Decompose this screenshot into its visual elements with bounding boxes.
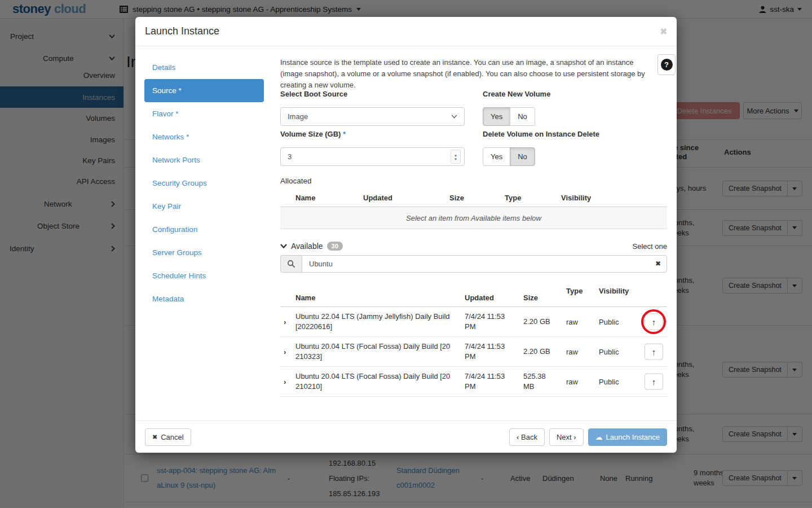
close-icon[interactable]: ✖ xyxy=(660,27,667,37)
col-visibility: Visibility xyxy=(561,194,591,202)
wizard-step-details[interactable]: Details xyxy=(144,56,264,79)
col-type: Type xyxy=(566,287,582,295)
create-volume-no-button[interactable]: No xyxy=(510,107,535,126)
allocated-table-header: Name Updated Size Type Visibility xyxy=(280,189,667,207)
allocate-image-button[interactable]: ↑ xyxy=(645,314,663,330)
image-type: raw xyxy=(566,348,578,356)
expand-row-icon[interactable]: › xyxy=(284,318,286,326)
delete-volume-yes-button[interactable]: Yes xyxy=(483,147,510,166)
available-title: Available xyxy=(291,242,323,251)
launch-label: Launch Instance xyxy=(606,433,660,441)
chevron-down-icon xyxy=(451,115,457,119)
source-description: Instance source is the template used to … xyxy=(280,57,648,91)
modal-title: Launch Instance xyxy=(145,25,219,37)
image-search: ✖ xyxy=(280,255,667,273)
next-button[interactable]: Next › xyxy=(549,428,584,446)
create-volume-label: Create New Volume xyxy=(483,90,550,98)
wizard-step-configuration[interactable]: Configuration xyxy=(144,218,264,241)
expand-row-icon[interactable]: › xyxy=(284,378,286,386)
image-updated: 7/4/24 11:53 PM xyxy=(465,371,517,391)
boot-source-value: Image xyxy=(288,112,308,121)
image-size: 525.38 MB xyxy=(523,371,558,391)
wizard-step-metadata[interactable]: Metadata xyxy=(144,287,264,310)
allocate-image-button[interactable]: ↑ xyxy=(645,374,663,390)
modal-footer: ✖ Cancel ‹ Back Next › ☁ Launch Instance xyxy=(135,421,677,453)
wizard-step-scheduler-hints[interactable]: Scheduler Hints xyxy=(144,264,264,287)
number-spinner[interactable]: ▴▾ xyxy=(451,150,461,164)
back-button[interactable]: ‹ Back xyxy=(509,428,545,446)
col-size: Size xyxy=(449,194,464,202)
available-table-header: Name Updated Size Type Visibility xyxy=(280,277,667,307)
expand-row-icon[interactable]: › xyxy=(284,348,286,356)
wizard-step-key-pair[interactable]: Key Pair xyxy=(144,195,264,218)
launch-instance-modal: Launch Instance ✖ Details Source * Flavo… xyxy=(135,17,677,453)
volume-size-label: Volume Size (GB) * xyxy=(280,130,346,138)
wizard-step-source[interactable]: Source * xyxy=(144,79,264,102)
image-row-ubuntu-2204: › Ubuntu 22.04 LTS (Jammy Jellyfish) Dai… xyxy=(280,307,667,337)
question-icon: ? xyxy=(661,59,673,71)
image-name: Ubuntu 22.04 LTS (Jammy Jellyfish) Daily… xyxy=(295,312,453,331)
image-size: 2.20 GB xyxy=(523,347,558,357)
launch-instance-button[interactable]: ☁ Launch Instance xyxy=(588,428,667,446)
delete-volume-toggle: Yes No xyxy=(483,147,535,166)
image-name: Ubuntu 20.04 LTS (Focal Fossa) Daily Bui… xyxy=(295,371,453,391)
image-name: Ubuntu 20.04 LTS (Focal Fossa) Daily Bui… xyxy=(295,341,453,361)
allocated-empty-message: Select an item from Available items belo… xyxy=(280,208,667,229)
col-type: Type xyxy=(505,194,521,202)
available-count-badge: 30 xyxy=(327,242,343,251)
create-volume-yes-button[interactable]: Yes xyxy=(483,107,510,126)
cloud-upload-icon: ☁ xyxy=(595,433,603,441)
help-button[interactable]: ? xyxy=(657,54,676,75)
col-name: Name xyxy=(295,294,315,302)
col-visibility: Visibility xyxy=(599,287,629,295)
image-type: raw xyxy=(566,318,578,326)
image-visibility: Public xyxy=(599,348,619,356)
volume-size-value: 3 xyxy=(288,152,292,161)
image-size: 2.20 GB xyxy=(523,317,558,327)
wizard-step-network-ports[interactable]: Network Ports xyxy=(144,148,264,172)
wizard-step-security-groups[interactable]: Security Groups xyxy=(144,172,264,195)
modal-header: Launch Instance ✖ xyxy=(135,17,677,46)
footer-right-buttons: ‹ Back Next › ☁ Launch Instance xyxy=(509,428,667,446)
spinner-up-icon: ▴ xyxy=(454,153,457,157)
chevron-down-icon[interactable] xyxy=(280,244,287,248)
volume-size-label-text: Volume Size (GB) xyxy=(280,130,341,138)
image-visibility: Public xyxy=(599,378,619,386)
available-section-header: Available 30 Select one xyxy=(280,242,667,251)
cancel-button[interactable]: ✖ Cancel xyxy=(145,428,191,446)
image-updated: 7/4/24 11:53 PM xyxy=(465,312,517,331)
create-volume-toggle: Yes No xyxy=(483,107,535,126)
wizard-step-server-groups[interactable]: Server Groups xyxy=(144,241,264,264)
search-addon xyxy=(280,255,302,273)
search-input[interactable] xyxy=(302,255,667,273)
delete-volume-no-button[interactable]: No xyxy=(510,147,535,166)
delete-volume-label: Delete Volume on Instance Delete xyxy=(483,130,599,138)
image-row-ubuntu-2004-b: › Ubuntu 20.04 LTS (Focal Fossa) Daily B… xyxy=(280,367,667,397)
col-name: Name xyxy=(295,194,315,202)
col-updated: Updated xyxy=(363,194,392,202)
screen: stoneycloud stepping stone AG • stepping… xyxy=(0,0,812,508)
select-one-hint: Select one xyxy=(633,242,667,251)
boot-source-label: Select Boot Source xyxy=(280,90,347,98)
col-updated: Updated xyxy=(465,294,494,302)
image-visibility: Public xyxy=(599,318,619,326)
clear-search-icon[interactable]: ✖ xyxy=(655,260,661,268)
required-asterisk: * xyxy=(343,130,346,138)
image-updated: 7/4/24 11:53 PM xyxy=(465,341,517,361)
boot-source-select[interactable]: Image xyxy=(280,107,465,126)
allocate-image-button[interactable]: ↑ xyxy=(645,344,663,360)
wizard-step-networks[interactable]: Networks * xyxy=(144,125,264,148)
image-row-ubuntu-2004-a: › Ubuntu 20.04 LTS (Focal Fossa) Daily B… xyxy=(280,337,667,367)
cancel-label: Cancel xyxy=(161,433,183,441)
image-type: raw xyxy=(566,378,578,386)
wizard-step-flavor[interactable]: Flavor * xyxy=(144,102,264,125)
allocated-title: Allocated xyxy=(280,177,312,185)
col-size: Size xyxy=(523,294,538,302)
x-icon: ✖ xyxy=(152,433,157,441)
spinner-down-icon: ▾ xyxy=(454,157,457,161)
volume-size-input[interactable]: 3 ▴▾ xyxy=(280,147,465,166)
wizard-nav: Details Source * Flavor * Networks * Net… xyxy=(144,56,264,310)
search-icon xyxy=(287,260,295,268)
